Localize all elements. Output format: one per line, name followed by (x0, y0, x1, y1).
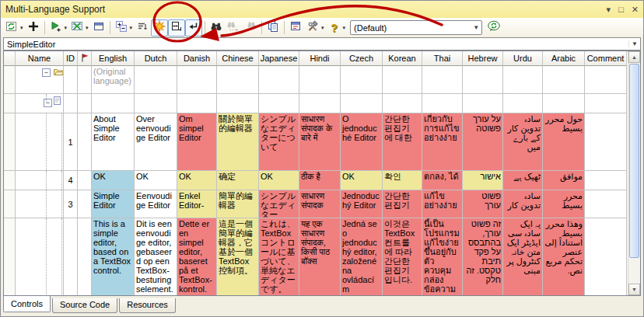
tree-cell[interactable]: − (16, 94, 64, 113)
grid-cell-thai-row1[interactable] (422, 94, 463, 113)
id-cell[interactable]: 4 (64, 171, 78, 190)
row-indicator[interactable] (4, 190, 16, 218)
chevron-down-icon[interactable]: ▾ (607, 5, 611, 14)
grid-cell-comment-row4[interactable] (585, 190, 627, 218)
tree-cell[interactable] (16, 218, 64, 295)
grid-cell-urdu-row4[interactable]: سادہ تدوین کار (503, 190, 543, 218)
row-indicator[interactable] (4, 94, 16, 113)
grid-cell-korean-row4[interactable]: 간단한 편집기 (383, 190, 422, 218)
grid-cell-czech-row4[interactable]: Jednoduchý Editor (341, 190, 383, 218)
grid-cell-japanese-row1[interactable] (259, 94, 299, 113)
chevron-down-icon[interactable]: ▾ (321, 25, 324, 31)
tree-cell[interactable]: −SimpleEditor (16, 66, 64, 94)
grid-cell-thai-row5[interactable]: นี้เป็นโปรแกรมแก้ไขง่าย ขึ้นอยู่กับตัวคว… (422, 218, 463, 295)
grid-cell-dutch-row1[interactable] (135, 94, 177, 113)
grid-cell-thai-row3[interactable]: ตกลง, ได้ (422, 171, 463, 190)
chevron-down-icon[interactable]: ▼ (628, 40, 640, 47)
grid-cell-dutch-row2[interactable]: Over eenvoudige Editor (135, 113, 177, 171)
row-indicator[interactable] (4, 171, 16, 190)
column-header-hindi[interactable]: Hindi (299, 51, 341, 66)
grid-cell-korean-row2[interactable]: 간단한 편집기 에 대한 (383, 113, 422, 171)
scroll-down-icon[interactable]: ▼ (628, 284, 640, 295)
find-previous-button[interactable] (242, 19, 259, 37)
tree-cell[interactable] (16, 113, 64, 171)
copy-button[interactable] (264, 19, 282, 37)
grid-cell-hebrew-row3[interactable]: אישור (463, 171, 503, 190)
grid-cell-danish-row3[interactable]: OK (177, 171, 217, 190)
tree-cell[interactable] (16, 171, 64, 190)
grid-cell-hebrew-row1[interactable] (463, 94, 503, 113)
column-header-chinese[interactable]: Chinese (217, 51, 259, 66)
tree-collapse-box[interactable]: − (42, 68, 51, 77)
highlight-translations-button[interactable] (151, 19, 168, 37)
grid-cell-dutch-row0[interactable] (135, 66, 177, 94)
vertical-scrollbar[interactable]: ▲ ▼ (628, 51, 640, 295)
hard-return-button[interactable] (185, 19, 202, 37)
flag-cell[interactable] (78, 171, 92, 190)
grid-cell-korean-row0[interactable] (383, 66, 422, 94)
chevron-down-icon[interactable]: ▾ (65, 25, 68, 31)
grid-cell-hindi-row4[interactable]: साधारण संपादक (299, 190, 341, 218)
grid-cell-english-row5[interactable]: This is a simple editor, based on a Text… (92, 218, 135, 295)
grid-cell-czech-row5[interactable]: Jedná se o jednoduchý editor, založené n… (341, 218, 383, 295)
grid-cell-arabic-row3[interactable]: موافق (543, 171, 585, 190)
row-indicator[interactable] (4, 218, 16, 295)
id-cell[interactable]: 3 (64, 190, 78, 218)
grid-cell-comment-row1[interactable] (585, 94, 627, 113)
grid-cell-comment-row5[interactable] (585, 218, 627, 295)
grid-cell-hebrew-row0[interactable] (463, 66, 503, 94)
tab-controls[interactable]: Controls (3, 296, 51, 312)
grid-cell-dutch-row5[interactable]: Dit is een eenvoudige editor, gebaseerd … (135, 218, 177, 295)
properties-button[interactable] (287, 19, 304, 37)
grid-cell-arabic-row2[interactable]: حول محرر بسيط (543, 113, 585, 171)
column-header-urdu[interactable]: Urdu (503, 51, 543, 66)
column-header-comment[interactable]: Comment (585, 51, 627, 66)
id-cell[interactable] (64, 94, 78, 113)
grid-cell-czech-row0[interactable] (341, 66, 383, 94)
tree-cell[interactable] (16, 190, 64, 218)
add-button[interactable] (25, 19, 42, 37)
find-next-button[interactable] (225, 19, 242, 37)
grid-cell-english-row2[interactable]: About Simple Editor (92, 113, 135, 171)
id-cell[interactable] (64, 66, 78, 94)
id-cell[interactable] (64, 218, 78, 295)
flag-cell[interactable] (78, 218, 92, 295)
grid-cell-english-row3[interactable]: OK (92, 171, 135, 190)
grid-cell-hebrew-row5[interactable]: זה פשוט עורך, בהתבסס על פקד תיבת טקסט. ז… (463, 218, 503, 295)
grid-cell-comment-row0[interactable] (585, 66, 627, 94)
id-cell[interactable]: 1 (64, 113, 78, 171)
scrollbar-track[interactable] (628, 259, 640, 284)
refresh-button[interactable] (3, 19, 20, 37)
flag-cell[interactable] (78, 113, 92, 171)
grid-cell-hebrew-row2[interactable]: על עורך פשוטה (463, 113, 503, 171)
auto-column-width-button[interactable] (168, 19, 185, 37)
expand-collapse-button[interactable] (113, 19, 130, 37)
grid-cell-urdu-row2[interactable]: سادہ تدوین کار کے بارے میں (503, 113, 543, 171)
grid-cell-english-row0[interactable]: (Original language) (92, 66, 135, 94)
grid-cell-urdu-row1[interactable] (503, 94, 543, 113)
run-new-button[interactable] (47, 19, 65, 37)
chevron-down-icon[interactable]: ▼ (471, 24, 481, 31)
column-header-name[interactable]: Name (16, 51, 64, 66)
row-order-button[interactable] (134, 19, 151, 37)
grid-cell-hindi-row1[interactable] (299, 94, 341, 113)
column-header-id[interactable]: ID (64, 51, 78, 66)
column-header-czech[interactable]: Czech (341, 51, 383, 66)
column-header-japanese[interactable]: Japanese (259, 51, 299, 66)
translate-button[interactable] (485, 19, 502, 37)
scrollbar-thumb[interactable] (629, 64, 639, 258)
grid-cell-japanese-row5[interactable]: これは、TextBoxコントロールに基づいて、単純なエディターです。 (259, 218, 299, 295)
help-button[interactable]: ? (326, 19, 343, 37)
close-icon[interactable]: ✕ (632, 5, 639, 14)
grid-cell-hebrew-row4[interactable]: פשוט עורך (463, 190, 503, 218)
grid-cell-arabic-row4[interactable]: محرر بسيط (543, 190, 585, 218)
grid-cell-arabic-row1[interactable] (543, 94, 585, 113)
column-header-english[interactable]: English (92, 51, 135, 66)
grid-cell-hindi-row5[interactable]: यह एक साधारण संपादक, किसी पाठ बॉक्स (299, 218, 341, 295)
grid-cell-czech-row3[interactable]: OK (341, 171, 383, 190)
chevron-down-icon[interactable]: ▾ (86, 25, 89, 31)
grid-cell-dutch-row4[interactable]: Eenvoudige Editor (135, 190, 177, 218)
tab-resources[interactable]: Resources (119, 298, 176, 313)
grid-cell-hindi-row2[interactable]: साधारण संपादक के बारे में (299, 113, 341, 171)
column-header-hebrew[interactable]: Hebrew (463, 51, 503, 66)
